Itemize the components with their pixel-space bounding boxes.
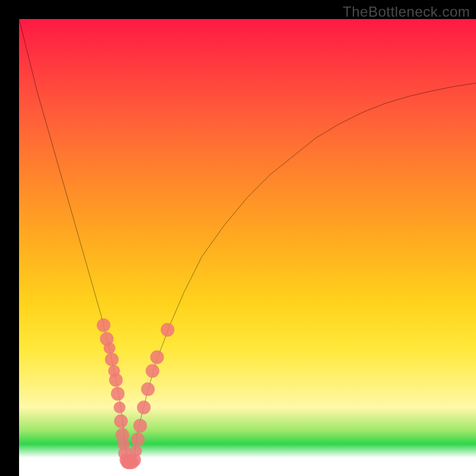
plot-area: [19, 19, 476, 476]
bottleneck-curve-svg: [19, 19, 476, 476]
curve-marker: [146, 364, 159, 378]
bottleneck-curve-line: [19, 19, 476, 462]
curve-marker: [111, 387, 124, 400]
curve-marker: [105, 353, 118, 367]
curve-marker: [109, 373, 123, 387]
curve-marker: [161, 323, 174, 337]
curve-marker: [114, 402, 126, 414]
chart-frame: TheBottleneck.com: [0, 0, 476, 476]
curve-marker: [150, 350, 164, 364]
curve-marker: [141, 383, 155, 396]
curve-marker: [97, 318, 111, 332]
curve-marker: [104, 342, 115, 354]
curve-marker: [133, 419, 147, 433]
curve-markers: [97, 318, 175, 469]
curve-marker: [114, 414, 128, 428]
curve-marker: [131, 433, 145, 446]
watermark-text: TheBottleneck.com: [343, 4, 470, 20]
curve-marker: [130, 445, 142, 457]
curve-marker: [137, 400, 151, 414]
